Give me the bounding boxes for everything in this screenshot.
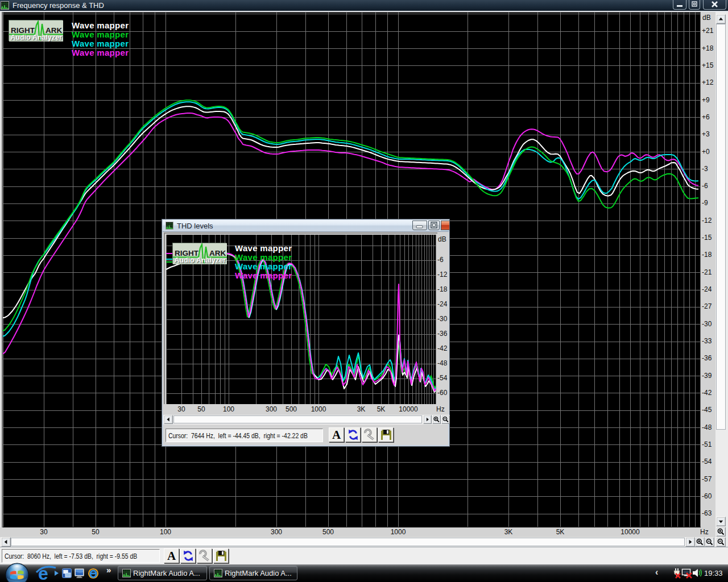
svg-text:Audio Analyzer: Audio Analyzer (11, 34, 63, 41)
svg-text:Audio Analyzer: Audio Analyzer (175, 256, 226, 264)
